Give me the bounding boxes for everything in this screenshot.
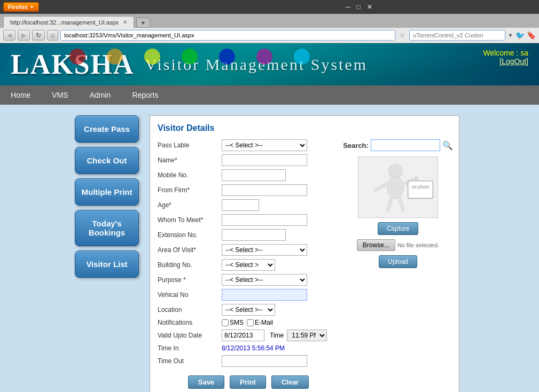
svg-point-0 <box>388 164 402 178</box>
extension-input[interactable] <box>222 229 286 241</box>
sms-checkbox[interactable] <box>222 319 229 326</box>
location-select[interactable]: --< Select >-- <box>222 304 275 316</box>
welcome-text: Welcome : sa <box>483 49 528 57</box>
site-header: LAKSHA Visitor Management System Welcome… <box>0 43 539 85</box>
svg-line-5 <box>388 198 392 209</box>
browse-row: Browse... No file selected. <box>357 239 439 251</box>
building-select[interactable]: --< Select > <box>222 259 275 271</box>
time-out-row: Time Out <box>158 355 339 367</box>
browser-titlebar: Firefox ▼ <box>0 0 539 14</box>
form-left: Pass Lable --< Select >-- Name* Mobile N… <box>158 139 339 389</box>
main-content: Create Pass Check Out Multiple Print Tod… <box>0 105 539 392</box>
search-button[interactable]: 🔍 <box>442 140 453 151</box>
no-file-text: No file selected. <box>397 242 439 248</box>
nav-home[interactable]: Home <box>0 85 41 105</box>
multiple-print-button[interactable]: Multiple Print <box>75 178 139 206</box>
sms-checkbox-label: SMS <box>222 319 244 326</box>
nav-bar: Home VMS Admin Reports <box>0 85 539 105</box>
from-firm-label: From Firm* <box>158 186 222 194</box>
upload-button[interactable]: Upload <box>379 255 417 268</box>
firefox-dropdown-arrow: ▼ <box>30 5 34 10</box>
email-checkbox[interactable] <box>247 319 254 326</box>
valid-upto-row: Valid Upto Date Time 11:59 PM <box>158 330 339 341</box>
search-input[interactable] <box>371 139 440 151</box>
notifications-label: Notifications <box>158 319 222 326</box>
svg-point-1 <box>387 176 403 198</box>
capture-button[interactable]: Capture <box>378 222 419 235</box>
print-button[interactable]: Print <box>230 375 266 389</box>
date-time-row: Time 11:59 PM <box>222 330 327 341</box>
save-button[interactable]: Save <box>188 375 224 389</box>
download-icon: ▼ <box>507 32 513 38</box>
time-in-label: Time In <box>158 344 222 352</box>
location-row: Location --< Select >-- <box>158 304 339 316</box>
site-title-main: LAKSHA <box>11 49 135 80</box>
clear-button[interactable]: Clear <box>271 375 309 389</box>
age-label: Age* <box>158 201 222 209</box>
minimize-button[interactable]: ─ <box>346 3 350 11</box>
todays-bookings-button[interactable]: Today's Bookings <box>75 210 139 246</box>
tab-bar: http://localhost:32...management_UI.aspx… <box>0 14 539 28</box>
from-firm-input[interactable] <box>222 184 307 196</box>
header-content: LAKSHA Visitor Management System <box>11 49 528 80</box>
time-out-input[interactable] <box>222 355 307 367</box>
extension-row: Extension No. <box>158 229 339 241</box>
close-tab-icon[interactable]: ✕ <box>123 19 127 25</box>
forward-button[interactable]: ▶ <box>18 30 30 41</box>
firefox-button[interactable]: Firefox ▼ <box>3 2 39 12</box>
time-out-label: Time Out <box>158 357 222 365</box>
no-photo-figure: no photo <box>361 158 435 217</box>
vehical-label: Vehical No <box>158 291 222 299</box>
new-tab-button[interactable]: + <box>136 18 150 28</box>
logout-link[interactable]: [LogOut] <box>483 57 528 66</box>
reload-button[interactable]: ↻ <box>32 30 45 41</box>
nav-admin[interactable]: Admin <box>79 85 122 105</box>
time-in-row: Time In 8/12/2013 5:56:54 PM <box>158 344 339 352</box>
pass-label-row: Pass Lable --< Select >-- <box>158 139 339 151</box>
site-title-sub: Visitor Management System <box>145 56 368 74</box>
close-button[interactable]: ✕ <box>367 3 372 11</box>
name-row: Name* <box>158 154 339 166</box>
extension-label: Extension No. <box>158 231 222 239</box>
browser-chrome: Firefox ▼ <box>0 0 539 43</box>
valid-time-select[interactable]: 11:59 PM <box>287 330 327 341</box>
nav-reports[interactable]: Reports <box>121 85 169 105</box>
pass-label-select[interactable]: --< Select >-- <box>222 139 307 151</box>
tab-title: http://localhost:32...management_UI.aspx <box>10 19 119 26</box>
check-out-button[interactable]: Check Out <box>75 147 139 174</box>
building-row: Building No. --< Select > <box>158 259 339 271</box>
mobile-input[interactable] <box>222 169 286 181</box>
notifications-options: SMS E-Mail <box>222 319 273 326</box>
nav-vms[interactable]: VMS <box>41 85 79 105</box>
from-firm-row: From Firm* <box>158 184 339 196</box>
bird-icon: 🐦 <box>515 31 525 40</box>
url-input[interactable] <box>60 30 395 41</box>
firefox-label: Firefox <box>8 4 28 10</box>
svg-line-6 <box>400 198 403 209</box>
pass-label-label: Pass Lable <box>158 142 222 149</box>
name-input[interactable] <box>222 154 307 166</box>
notifications-row: Notifications SMS E-Mail <box>158 319 339 326</box>
area-select[interactable]: --< Select >-- <box>222 244 307 256</box>
create-pass-button[interactable]: Create Pass <box>75 115 139 143</box>
maximize-button[interactable]: □ <box>356 3 360 11</box>
vehical-input[interactable] <box>222 289 307 301</box>
purpose-select[interactable]: --< Select >-- <box>222 274 307 286</box>
whom-to-meet-input[interactable] <box>222 214 307 226</box>
search-row: Search: 🔍 <box>343 139 453 151</box>
vehical-row: Vehical No <box>158 289 339 301</box>
time-in-value: 8/12/2013 5:56:54 PM <box>222 344 285 352</box>
browser-tab[interactable]: http://localhost:32...management_UI.aspx… <box>3 16 134 28</box>
email-checkbox-label: E-Mail <box>247 319 273 326</box>
mobile-row: Mobile No. <box>158 169 339 181</box>
browse-button[interactable]: Browse... <box>357 239 395 251</box>
browser-search-input[interactable] <box>409 30 505 41</box>
valid-date-input[interactable] <box>222 330 264 341</box>
photo-box: no photo <box>358 156 438 218</box>
home-button[interactable]: ⌂ <box>47 30 58 41</box>
back-button[interactable]: ◀ <box>3 30 15 41</box>
visitor-details-form: Visitor Details Pass Lable --< Select >-… <box>150 115 459 392</box>
window-controls <box>42 4 342 10</box>
visitor-list-button[interactable]: Visitor List <box>75 250 139 278</box>
age-input[interactable] <box>222 199 259 211</box>
